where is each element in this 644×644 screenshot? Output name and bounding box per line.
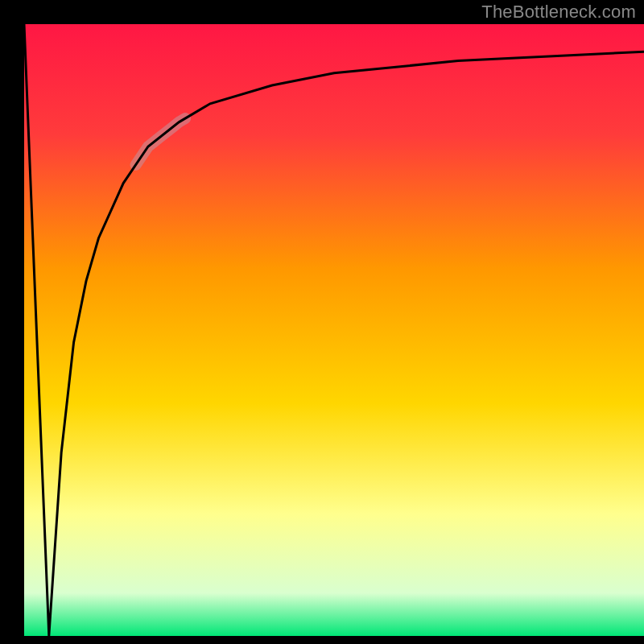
bottleneck-chart <box>0 0 644 644</box>
plot-background <box>24 24 644 636</box>
site-attribution: TheBottleneck.com <box>481 2 636 23</box>
